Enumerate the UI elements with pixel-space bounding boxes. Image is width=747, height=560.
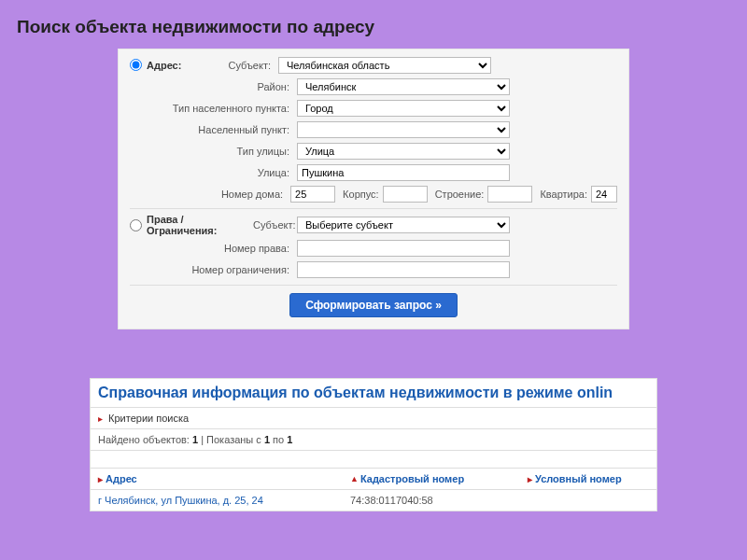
rights-radio[interactable] [130, 219, 142, 231]
building-label: Строение: [428, 189, 488, 200]
subject-select[interactable]: Челябинская область [278, 57, 491, 74]
house-input[interactable] [290, 186, 335, 203]
search-form-panel: Адрес: Субъект: Челябинская область Райо… [118, 49, 629, 329]
col-conditional[interactable]: ▸ Условный номер [528, 473, 649, 484]
criteria-row[interactable]: ▸ Критерии поиска [91, 408, 656, 429]
criteria-label: Критерии поиска [108, 413, 189, 424]
results-panel: Справочная информация по объектам недвиж… [90, 378, 657, 511]
address-radio[interactable] [130, 59, 142, 71]
restriction-number-input[interactable] [297, 261, 510, 278]
restriction-number-label: Номер ограничения: [143, 264, 297, 275]
street-type-label: Тип улицы: [143, 146, 297, 157]
flat-label: Квартира: [532, 189, 591, 200]
arrow-icon: ▸ [98, 474, 103, 484]
results-table-header: ▸ Адрес ▲ Кадастровый номер ▸ Условный н… [91, 468, 656, 490]
subject-label: Субъект: [227, 60, 278, 71]
arrow-icon: ▸ [98, 413, 103, 424]
district-label: Район: [143, 81, 297, 92]
rights-subject-select[interactable]: Выберите субъект [297, 217, 510, 233]
settlement-type-label: Тип населенного пункта: [143, 103, 297, 114]
table-row[interactable]: г Челябинск, ул Пушкина, д. 25, 24 74:38… [91, 490, 656, 511]
building-input[interactable] [487, 186, 532, 203]
page-title: Поиск объекта недвижимости по адресу [0, 0, 747, 49]
street-input[interactable] [297, 164, 510, 181]
right-number-label: Номер права: [143, 243, 297, 254]
col-cadastral[interactable]: ▲ Кадастровый номер [350, 473, 528, 484]
korpus-label: Корпус: [335, 189, 383, 200]
found-row: Найдено объектов: 1 | Показаны с 1 по 1 [91, 429, 656, 451]
settlement-label: Населенный пункт: [143, 124, 297, 135]
street-type-select[interactable]: Улица [297, 143, 510, 160]
rights-subject-label: Субъект: [253, 219, 297, 231]
street-label: Улица: [143, 167, 297, 178]
address-radio-label: Адрес: [143, 60, 227, 71]
right-number-input[interactable] [297, 240, 510, 257]
korpus-input[interactable] [383, 186, 428, 203]
sort-asc-icon: ▲ [350, 474, 359, 483]
arrow-icon: ▸ [528, 474, 532, 484]
house-label: Номер дома: [142, 189, 290, 200]
flat-input[interactable] [591, 186, 617, 203]
settlement-type-select[interactable]: Город [297, 100, 510, 117]
district-select[interactable]: Челябинск [297, 78, 510, 95]
results-title: Справочная информация по объектам недвиж… [91, 379, 656, 408]
settlement-select[interactable] [297, 121, 510, 138]
submit-button[interactable]: Сформировать запрос » [289, 293, 458, 317]
rights-radio-label: Права / Ограничения: [143, 214, 253, 236]
cell-cadastral: 74:38:0117040:58 [350, 495, 528, 506]
cell-address[interactable]: г Челябинск, ул Пушкина, д. 25, 24 [98, 495, 350, 506]
col-address[interactable]: ▸ Адрес [98, 473, 350, 484]
cell-conditional [528, 495, 649, 506]
